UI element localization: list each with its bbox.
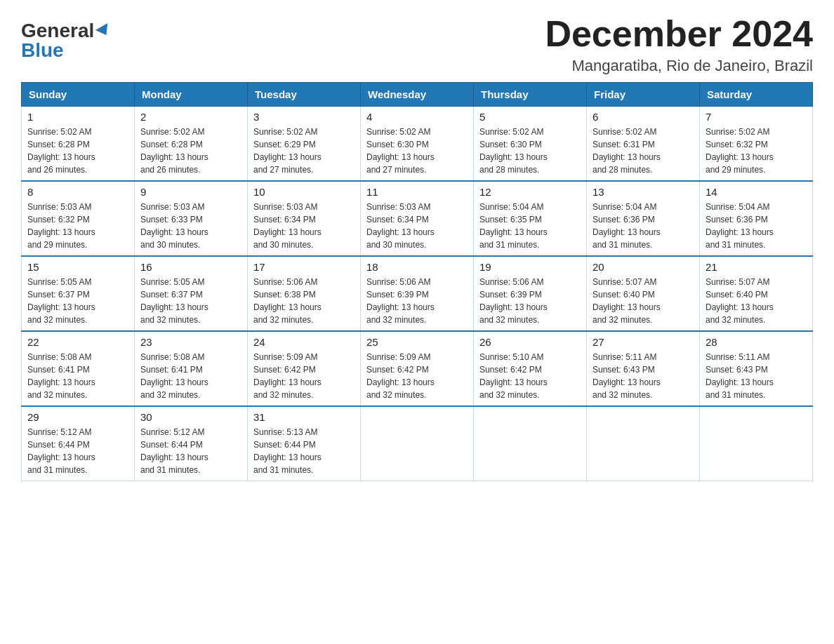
day-info: Sunrise: 5:02 AM Sunset: 6:28 PM Dayligh… (27, 126, 128, 176)
daylight-label: Daylight: 13 hours (140, 452, 208, 462)
day-number: 23 (140, 336, 241, 348)
sunset-label: Sunset: 6:32 PM (27, 215, 90, 224)
daylight-minutes: and 31 minutes. (706, 390, 765, 400)
calendar-day-cell: 3 Sunrise: 5:02 AM Sunset: 6:29 PM Dayli… (248, 107, 361, 182)
day-number: 19 (479, 261, 581, 273)
calendar-day-cell (700, 406, 813, 481)
day-number: 15 (27, 261, 128, 273)
calendar-day-cell: 6 Sunrise: 5:02 AM Sunset: 6:31 PM Dayli… (587, 107, 700, 182)
day-number: 5 (479, 111, 581, 123)
day-number: 25 (366, 336, 468, 348)
sunrise-label: Sunrise: 5:04 AM (593, 202, 656, 212)
daylight-label: Daylight: 13 hours (253, 302, 322, 312)
daylight-minutes: and 31 minutes. (593, 240, 652, 250)
sunset-label: Sunset: 6:41 PM (140, 365, 203, 375)
calendar-day-cell: 5 Sunrise: 5:02 AM Sunset: 6:30 PM Dayli… (474, 107, 587, 182)
day-info: Sunrise: 5:05 AM Sunset: 6:37 PM Dayligh… (140, 276, 241, 326)
calendar-week-row: 22 Sunrise: 5:08 AM Sunset: 6:41 PM Dayl… (22, 331, 813, 406)
day-number: 12 (479, 186, 581, 198)
day-number: 10 (253, 186, 355, 198)
day-info: Sunrise: 5:08 AM Sunset: 6:41 PM Dayligh… (27, 351, 128, 401)
daylight-minutes: and 32 minutes. (27, 315, 87, 325)
calendar-day-cell: 31 Sunrise: 5:13 AM Sunset: 6:44 PM Dayl… (248, 406, 361, 481)
day-info: Sunrise: 5:02 AM Sunset: 6:28 PM Dayligh… (140, 126, 241, 176)
day-number: 2 (140, 111, 241, 123)
day-number: 9 (140, 186, 241, 198)
day-of-week-header: Friday (587, 83, 700, 107)
daylight-label: Daylight: 13 hours (366, 377, 435, 387)
day-info: Sunrise: 5:02 AM Sunset: 6:30 PM Dayligh… (479, 126, 581, 176)
daylight-minutes: and 32 minutes. (253, 390, 313, 400)
daylight-minutes: and 31 minutes. (253, 465, 313, 475)
day-info: Sunrise: 5:05 AM Sunset: 6:37 PM Dayligh… (27, 276, 128, 326)
day-info: Sunrise: 5:07 AM Sunset: 6:40 PM Dayligh… (706, 276, 807, 326)
daylight-minutes: and 26 minutes. (140, 165, 200, 175)
daylight-minutes: and 32 minutes. (140, 315, 200, 325)
daylight-label: Daylight: 13 hours (140, 227, 208, 237)
day-info: Sunrise: 5:03 AM Sunset: 6:34 PM Dayligh… (366, 201, 468, 251)
sunset-label: Sunset: 6:39 PM (366, 290, 429, 300)
sunrise-label: Sunrise: 5:03 AM (253, 202, 317, 212)
calendar-day-cell: 19 Sunrise: 5:06 AM Sunset: 6:39 PM Dayl… (474, 256, 587, 331)
calendar-day-cell (474, 406, 587, 481)
calendar-day-cell: 11 Sunrise: 5:03 AM Sunset: 6:34 PM Dayl… (361, 181, 474, 256)
day-of-week-header: Wednesday (361, 83, 474, 107)
day-number: 14 (706, 186, 807, 198)
sunrise-label: Sunrise: 5:09 AM (366, 352, 430, 362)
daylight-label: Daylight: 13 hours (27, 452, 95, 462)
daylight-label: Daylight: 13 hours (27, 377, 95, 387)
daylight-minutes: and 32 minutes. (366, 390, 426, 400)
daylight-label: Daylight: 13 hours (140, 377, 208, 387)
daylight-label: Daylight: 13 hours (27, 227, 95, 237)
daylight-minutes: and 31 minutes. (479, 240, 539, 250)
daylight-minutes: and 32 minutes. (593, 390, 652, 400)
day-number: 24 (253, 336, 355, 348)
sunset-label: Sunset: 6:37 PM (140, 290, 203, 300)
daylight-minutes: and 30 minutes. (366, 240, 426, 250)
day-info: Sunrise: 5:02 AM Sunset: 6:31 PM Dayligh… (593, 126, 694, 176)
daylight-label: Daylight: 13 hours (140, 152, 208, 162)
day-info: Sunrise: 5:08 AM Sunset: 6:41 PM Dayligh… (140, 351, 241, 401)
day-number: 31 (253, 411, 355, 423)
sunset-label: Sunset: 6:40 PM (593, 290, 655, 300)
daylight-label: Daylight: 13 hours (366, 302, 435, 312)
calendar-day-cell: 16 Sunrise: 5:05 AM Sunset: 6:37 PM Dayl… (135, 256, 248, 331)
day-of-week-header: Saturday (700, 83, 813, 107)
daylight-minutes: and 26 minutes. (27, 165, 87, 175)
daylight-minutes: and 28 minutes. (479, 165, 539, 175)
sunrise-label: Sunrise: 5:03 AM (140, 202, 204, 212)
calendar-day-cell: 9 Sunrise: 5:03 AM Sunset: 6:33 PM Dayli… (135, 181, 248, 256)
location-title: Mangaratiba, Rio de Janeiro, Brazil (545, 57, 813, 75)
day-number: 18 (366, 261, 468, 273)
sunrise-label: Sunrise: 5:08 AM (140, 352, 204, 362)
calendar-day-cell: 24 Sunrise: 5:09 AM Sunset: 6:42 PM Dayl… (248, 331, 361, 406)
daylight-minutes: and 32 minutes. (593, 315, 652, 325)
sunrise-label: Sunrise: 5:02 AM (366, 127, 430, 137)
day-number: 6 (593, 111, 694, 123)
calendar-week-row: 15 Sunrise: 5:05 AM Sunset: 6:37 PM Dayl… (22, 256, 813, 331)
calendar-day-cell: 1 Sunrise: 5:02 AM Sunset: 6:28 PM Dayli… (22, 107, 135, 182)
sunrise-label: Sunrise: 5:02 AM (140, 127, 204, 137)
day-number: 11 (366, 186, 468, 198)
day-info: Sunrise: 5:10 AM Sunset: 6:42 PM Dayligh… (479, 351, 581, 401)
sunset-label: Sunset: 6:40 PM (706, 290, 768, 300)
daylight-minutes: and 31 minutes. (706, 240, 765, 250)
calendar-week-row: 29 Sunrise: 5:12 AM Sunset: 6:44 PM Dayl… (22, 406, 813, 481)
calendar-day-cell (587, 406, 700, 481)
daylight-minutes: and 32 minutes. (479, 390, 539, 400)
calendar-day-cell: 26 Sunrise: 5:10 AM Sunset: 6:42 PM Dayl… (474, 331, 587, 406)
calendar-day-cell: 28 Sunrise: 5:11 AM Sunset: 6:43 PM Dayl… (700, 331, 813, 406)
day-info: Sunrise: 5:02 AM Sunset: 6:32 PM Dayligh… (706, 126, 807, 176)
day-info: Sunrise: 5:13 AM Sunset: 6:44 PM Dayligh… (253, 426, 355, 476)
day-info: Sunrise: 5:04 AM Sunset: 6:36 PM Dayligh… (593, 201, 694, 251)
calendar-day-cell: 7 Sunrise: 5:02 AM Sunset: 6:32 PM Dayli… (700, 107, 813, 182)
calendar-week-row: 1 Sunrise: 5:02 AM Sunset: 6:28 PM Dayli… (22, 107, 813, 182)
calendar-table: SundayMondayTuesdayWednesdayThursdayFrid… (21, 82, 813, 481)
sunset-label: Sunset: 6:43 PM (706, 365, 768, 375)
sunrise-label: Sunrise: 5:02 AM (593, 127, 656, 137)
daylight-label: Daylight: 13 hours (253, 227, 322, 237)
day-of-week-header: Sunday (22, 83, 135, 107)
day-info: Sunrise: 5:06 AM Sunset: 6:38 PM Dayligh… (253, 276, 355, 326)
daylight-label: Daylight: 13 hours (27, 302, 95, 312)
sunrise-label: Sunrise: 5:11 AM (706, 352, 769, 362)
